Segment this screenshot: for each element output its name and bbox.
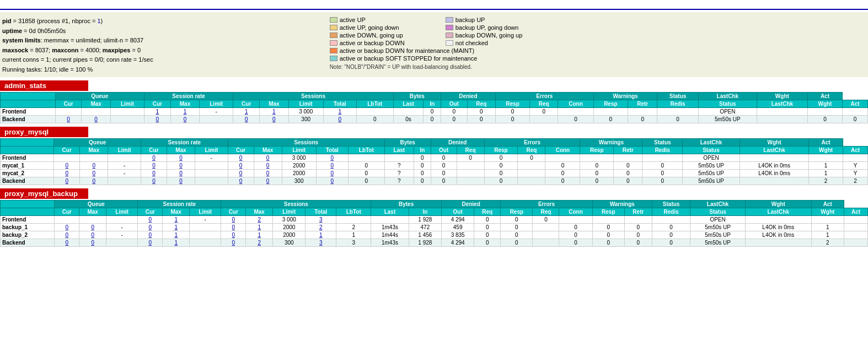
- cell-23: L4OK in 0ms: [740, 161, 808, 169]
- cell-17: [533, 223, 559, 231]
- page-title: [0, 0, 868, 4]
- proxy-name-bar: proxy_mysql: [0, 127, 88, 137]
- cell-16: 0: [484, 177, 518, 185]
- cell-25: 2: [843, 177, 868, 185]
- cell-20: 0: [614, 177, 642, 185]
- proxy-name-bar: admin_stats: [0, 80, 88, 91]
- table-row: Backend000102300331m43s1 9284 2940000005…: [1, 239, 868, 246]
- col-group-denied: Denied: [441, 92, 495, 100]
- col-sub-lastchk: LastChk: [740, 146, 808, 154]
- cell-3: -: [108, 169, 141, 177]
- cell-23: L4OK in 0ms: [745, 231, 811, 239]
- legend-backup-up-going-down: backup UP, going down: [446, 24, 567, 31]
- cell-7: 0: [228, 161, 254, 169]
- col-sub-limit: Limit: [273, 208, 306, 215]
- col-sub-req: Req: [533, 208, 559, 215]
- cell-7: 0: [228, 177, 254, 185]
- cell-18: 0: [559, 231, 592, 239]
- cell-4: 0: [138, 215, 163, 223]
- cell-6: -: [200, 107, 233, 115]
- cell-15: 0: [457, 154, 484, 161]
- cell-10: 0: [316, 169, 348, 177]
- cell-24: 0: [807, 115, 842, 123]
- col-group-session-rate: Session rate: [144, 92, 233, 100]
- cell-2: 0: [80, 177, 108, 185]
- cell-5: 0: [167, 154, 195, 161]
- cell-16: 0: [501, 223, 533, 231]
- cell-1: 0: [55, 239, 79, 246]
- cell-13: 472: [409, 223, 441, 231]
- cell-12: ?: [384, 169, 414, 177]
- proxies-container: admin_statsQueueSession rateSessionsByte…: [0, 80, 868, 247]
- table-row: Frontend01-023 00031 9284 294000OPEN: [1, 215, 868, 223]
- col-sub-act: Act: [843, 146, 868, 154]
- cell-21: 0: [652, 231, 690, 239]
- stats-subtitle: [0, 4, 868, 7]
- cell-25: [844, 215, 867, 223]
- legend-backup-up: backup UP: [446, 17, 567, 23]
- col-group-status: Status: [642, 138, 683, 146]
- cell-8: 2: [246, 215, 273, 223]
- cell-22: 5m50s UP: [683, 161, 740, 169]
- cell-9: 300: [273, 239, 306, 246]
- col-sub-limit: Limit: [108, 146, 141, 154]
- col-sub-in: In: [424, 100, 441, 107]
- cell-8: 0: [254, 177, 282, 185]
- cell-21: [642, 154, 683, 161]
- col-sub-act: Act: [843, 100, 868, 107]
- col-sub-redis: Redis: [642, 146, 683, 154]
- table-row: mycat_100-0000200000?00000005m50s UPL4OK…: [1, 161, 868, 169]
- col-sub-limit: Limit: [106, 208, 138, 215]
- col-sub-cur: Cur: [141, 146, 167, 154]
- cell-6: [200, 115, 233, 123]
- cell-13: 0: [414, 161, 431, 169]
- cell-21: [657, 107, 698, 115]
- cell-12: 1m43s: [371, 223, 409, 231]
- cell-18: 0: [545, 169, 580, 177]
- cell-5: 0: [170, 115, 199, 123]
- cell-1: 0: [54, 177, 80, 185]
- cell-8: 1: [260, 107, 288, 115]
- cell-4: 0: [141, 169, 167, 177]
- cell-9: 2000: [273, 231, 306, 239]
- stats-table-admin_stats: QueueSession rateSessionsBytesDeniedErro…: [0, 92, 868, 123]
- cell-5: 1: [163, 231, 190, 239]
- cell-3: [110, 115, 144, 123]
- cell-11: 0: [356, 115, 393, 123]
- cell-6: [190, 231, 221, 239]
- cell-24: 2: [809, 177, 843, 185]
- cell-10: 0: [323, 115, 356, 123]
- row-label: Frontend: [1, 107, 56, 115]
- col-sub-max: Max: [170, 100, 199, 107]
- col-sub-limit: Limit: [195, 146, 228, 154]
- row-label: Backend: [1, 177, 54, 185]
- cell-8: 2: [246, 239, 273, 246]
- cell-3: [110, 107, 144, 115]
- cell-13: 0: [424, 107, 441, 115]
- cell-19: [580, 154, 614, 161]
- cell-20: 0: [624, 223, 652, 231]
- cell-21: 0: [652, 239, 690, 246]
- col-sub-limit: Limit: [190, 208, 221, 215]
- cell-13: 1 928: [409, 239, 441, 246]
- col-group-: [1, 92, 56, 100]
- cell-24: [807, 107, 842, 115]
- cell-14: 0: [441, 107, 467, 115]
- cell-7: 1: [233, 107, 260, 115]
- cell-18: [558, 107, 593, 115]
- cell-2: 0: [79, 223, 106, 231]
- cell-24: [809, 154, 843, 161]
- col-sub-cur: Cur: [221, 208, 246, 215]
- cell-10: 3: [306, 215, 336, 223]
- cell-7: 0: [221, 239, 246, 246]
- cell-12: 1m43s: [371, 239, 409, 246]
- col-sub-cur: Cur: [138, 208, 163, 215]
- cell-12: [384, 154, 414, 161]
- legend-active-down-going-up: active DOWN, going up: [330, 32, 440, 39]
- row-label: Frontend: [1, 154, 54, 161]
- cell-12: [393, 107, 424, 115]
- cell-16: 0: [495, 107, 529, 115]
- cell-20: 0: [624, 239, 652, 246]
- col-sub-max: Max: [246, 208, 273, 215]
- cell-23: [740, 154, 808, 161]
